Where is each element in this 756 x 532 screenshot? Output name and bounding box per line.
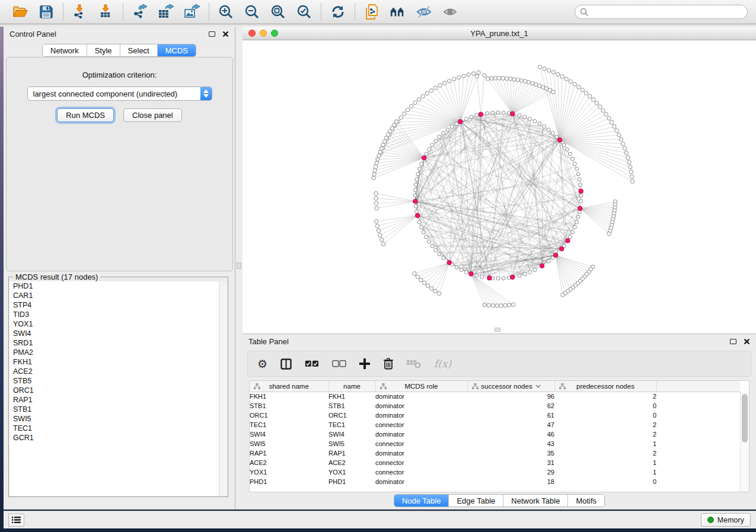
node-table[interactable]: shared namenameMCDS rolesuccessor nodesp…: [249, 380, 749, 492]
cell-MCDS-role[interactable]: dominator: [375, 448, 467, 458]
export-network-icon[interactable]: [132, 4, 148, 20]
import-network-icon[interactable]: [72, 4, 88, 20]
table-row[interactable]: RAP1RAP1dominator352: [250, 448, 741, 458]
table-scrollbar-thumb[interactable]: [742, 394, 748, 443]
import-table-icon[interactable]: [98, 4, 114, 20]
column-header-shared-name[interactable]: shared name: [250, 381, 328, 392]
cell-successor-nodes[interactable]: 62: [467, 401, 554, 411]
mcds-result-item[interactable]: TID3: [9, 310, 227, 319]
cell-predecessor-nodes[interactable]: 0: [554, 477, 656, 486]
cell-MCDS-role[interactable]: connector: [375, 439, 467, 448]
mcds-result-item[interactable]: YOX1: [9, 319, 227, 329]
cell-predecessor-nodes[interactable]: 2: [554, 392, 656, 401]
cell-name[interactable]: ACE2: [328, 458, 375, 467]
tab-network-table[interactable]: Network Table: [503, 495, 568, 507]
network-search-box[interactable]: [575, 5, 748, 19]
cell-MCDS-role[interactable]: connector: [375, 420, 467, 430]
refresh-icon[interactable]: [330, 4, 346, 20]
mcds-result-item[interactable]: ACE2: [9, 367, 227, 376]
show-panels-list-button[interactable]: [8, 514, 24, 527]
cell-shared-name[interactable]: PHD1: [250, 477, 328, 486]
table-row[interactable]: TEC1TEC1connector472: [250, 420, 741, 430]
mcds-result-item[interactable]: PHD1: [9, 281, 227, 291]
cell-name[interactable]: YOX1: [328, 467, 375, 477]
mcds-result-item[interactable]: SRD1: [9, 338, 227, 348]
tab-mcds[interactable]: MCDS: [158, 44, 196, 56]
cell-shared-name[interactable]: ORC1: [250, 411, 328, 420]
copy-network-icon[interactable]: [363, 4, 380, 20]
table-scrollbar[interactable]: [740, 392, 749, 492]
cell-name[interactable]: SWI4: [328, 430, 375, 439]
cell-MCDS-role[interactable]: dominator: [375, 430, 467, 439]
network-window-titlebar[interactable]: YPA_prune.txt_1: [243, 27, 756, 40]
mcds-result-item[interactable]: STB5: [9, 376, 227, 386]
tab-edge-table[interactable]: Edge Table: [449, 495, 503, 507]
cell-successor-nodes[interactable]: 47: [467, 420, 554, 430]
deselect-all-rows-icon[interactable]: [332, 360, 346, 367]
cell-name[interactable]: PHD1: [328, 477, 375, 486]
cell-successor-nodes[interactable]: 46: [467, 430, 554, 439]
mcds-result-item[interactable]: PMA2: [9, 348, 227, 357]
cell-name[interactable]: ORC1: [328, 411, 375, 420]
cell-MCDS-role[interactable]: connector: [375, 467, 467, 477]
cell-successor-nodes[interactable]: 18: [467, 477, 554, 486]
table-row[interactable]: SWI5SWI5connector431: [250, 439, 741, 448]
table-row[interactable]: YOX1YOX1connector291: [250, 467, 741, 477]
cell-name[interactable]: STB1: [328, 401, 375, 411]
run-mcds-button[interactable]: Run MCDS: [57, 108, 114, 122]
export-image-icon[interactable]: [184, 4, 200, 20]
float-panel-icon[interactable]: [209, 31, 215, 37]
close-table-panel-icon[interactable]: [744, 338, 750, 345]
cell-predecessor-nodes[interactable]: 1: [554, 467, 656, 477]
tab-motifs[interactable]: Motifs: [568, 495, 604, 507]
mcds-result-item[interactable]: GCR1: [9, 433, 227, 443]
cell-shared-name[interactable]: SWI5: [250, 439, 328, 448]
cell-successor-nodes[interactable]: 29: [467, 467, 554, 477]
tab-node-table[interactable]: Node Table: [394, 495, 449, 507]
cell-MCDS-role[interactable]: dominator: [375, 392, 467, 401]
cell-name[interactable]: RAP1: [328, 448, 375, 458]
add-column-icon[interactable]: [359, 358, 370, 369]
cell-name[interactable]: TEC1: [328, 420, 375, 430]
column-header-predecessor-nodes[interactable]: predecessor nodes: [554, 381, 656, 392]
vertical-splitter[interactable]: [235, 27, 243, 509]
table-row[interactable]: ORC1ORC1dominator610: [250, 411, 741, 420]
cell-successor-nodes[interactable]: 96: [467, 392, 554, 401]
mcds-result-item[interactable]: STP4: [9, 300, 227, 310]
cell-successor-nodes[interactable]: 35: [467, 448, 554, 458]
table-row[interactable]: FKH1FKH1dominator962: [250, 392, 741, 401]
cell-name[interactable]: SWI5: [328, 439, 375, 448]
cell-predecessor-nodes[interactable]: 1: [554, 439, 656, 448]
mcds-list-scrollbar[interactable]: [219, 281, 227, 496]
split-panel-icon[interactable]: [280, 358, 292, 370]
close-panel-button[interactable]: Close panel: [123, 108, 182, 122]
network-canvas[interactable]: [243, 40, 756, 333]
table-row[interactable]: ACE2ACE2connector311: [250, 458, 741, 467]
cell-MCDS-role[interactable]: dominator: [375, 411, 467, 420]
mcds-result-item[interactable]: STB1: [9, 405, 227, 414]
search-input[interactable]: [589, 8, 742, 16]
cell-shared-name[interactable]: STB1: [250, 401, 328, 411]
mcds-result-item[interactable]: SWI5: [9, 414, 227, 424]
cell-shared-name[interactable]: RAP1: [250, 448, 328, 458]
column-header-MCDS-role[interactable]: MCDS role: [375, 381, 467, 392]
close-panel-icon[interactable]: [222, 31, 229, 37]
cell-predecessor-nodes[interactable]: 1: [554, 458, 656, 467]
float-table-panel-icon[interactable]: [730, 339, 736, 344]
mcds-result-item[interactable]: FKH1: [9, 357, 227, 367]
network-graph[interactable]: [243, 40, 756, 333]
search-neighbours-icon[interactable]: [390, 4, 406, 20]
table-row[interactable]: STB1STB1dominator620: [250, 401, 741, 411]
horizontal-splitter-handle[interactable]: [495, 328, 500, 332]
zoom-fit-icon[interactable]: [270, 4, 286, 20]
cell-name[interactable]: FKH1: [328, 392, 375, 401]
cell-predecessor-nodes[interactable]: 0: [554, 411, 656, 420]
table-row[interactable]: PHD1PHD1dominator180: [250, 477, 741, 486]
open-file-icon[interactable]: [12, 4, 28, 20]
cell-successor-nodes[interactable]: 43: [467, 439, 554, 448]
optimization-criterion-select[interactable]: largest connected component (undirected): [27, 86, 212, 101]
cell-shared-name[interactable]: TEC1: [250, 420, 328, 430]
splitter-handle[interactable]: [237, 262, 241, 269]
mcds-result-item[interactable]: SWI4: [9, 329, 227, 338]
tab-select[interactable]: Select: [120, 44, 158, 56]
